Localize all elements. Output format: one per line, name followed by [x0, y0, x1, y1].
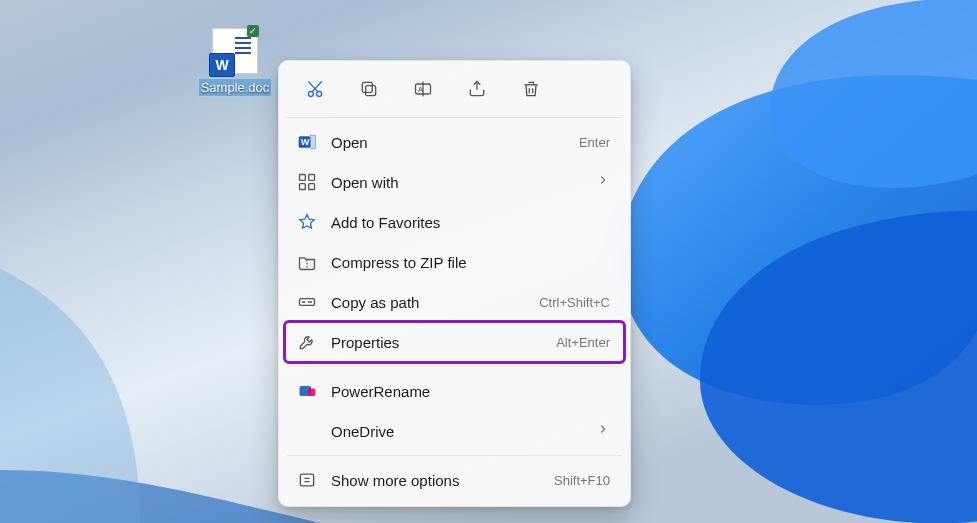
copy-icon[interactable] — [353, 73, 385, 105]
svg-rect-16 — [300, 474, 313, 486]
menu-item-show-more-options[interactable]: Show more options Shift+F10 — [285, 460, 624, 500]
svg-rect-13 — [300, 299, 315, 306]
open-with-icon — [295, 170, 319, 194]
word-icon: W — [295, 130, 319, 154]
menu-item-label: Compress to ZIP file — [331, 254, 610, 271]
wrench-icon — [295, 330, 319, 354]
menu-item-label: Show more options — [331, 472, 554, 489]
menu-item-label: Properties — [331, 334, 556, 351]
menu-item-shortcut: Ctrl+Shift+C — [539, 295, 610, 310]
chevron-right-icon — [596, 422, 610, 440]
menu-item-label: OneDrive — [331, 423, 596, 440]
word-document-icon: W ✓ — [212, 28, 258, 74]
powerrename-icon — [295, 379, 319, 403]
copy-path-icon — [295, 290, 319, 314]
menu-item-label: PowerRename — [331, 383, 610, 400]
more-options-icon — [295, 468, 319, 492]
menu-item-label: Add to Favorites — [331, 214, 610, 231]
delete-icon[interactable] — [515, 73, 547, 105]
svg-rect-8 — [310, 135, 315, 148]
menu-item-shortcut: Enter — [579, 135, 610, 150]
share-icon[interactable] — [461, 73, 493, 105]
chevron-right-icon — [596, 173, 610, 191]
svg-text:A: A — [418, 85, 423, 94]
menu-item-add-to-favorites[interactable]: Add to Favorites — [285, 202, 624, 242]
svg-rect-12 — [309, 184, 315, 190]
menu-item-shortcut: Shift+F10 — [554, 473, 610, 488]
cut-icon[interactable] — [299, 73, 331, 105]
menu-item-open-with[interactable]: Open with — [285, 162, 624, 202]
zip-folder-icon — [295, 250, 319, 274]
menu-item-label: Open — [331, 134, 579, 151]
menu-item-open[interactable]: W Open Enter — [285, 122, 624, 162]
rename-icon[interactable]: A — [407, 73, 439, 105]
svg-rect-9 — [300, 175, 306, 181]
star-icon — [295, 210, 319, 234]
menu-item-onedrive[interactable]: OneDrive — [285, 411, 624, 451]
menu-item-properties[interactable]: Properties Alt+Enter — [285, 322, 624, 362]
menu-item-shortcut: Alt+Enter — [556, 335, 610, 350]
menu-item-powerrename[interactable]: PowerRename — [285, 371, 624, 411]
svg-rect-2 — [366, 86, 376, 96]
separator — [287, 117, 622, 118]
onedrive-icon — [295, 419, 319, 443]
desktop-file-label: Sample.doc — [198, 78, 273, 97]
menu-item-label: Copy as path — [331, 294, 539, 311]
menu-item-compress-zip[interactable]: Compress to ZIP file — [285, 242, 624, 282]
menu-item-copy-as-path[interactable]: Copy as path Ctrl+Shift+C — [285, 282, 624, 322]
context-menu: A W Open Enter Open with Add to Favorite… — [278, 60, 631, 507]
svg-text:W: W — [301, 137, 310, 147]
svg-rect-15 — [308, 389, 316, 397]
menu-item-label: Open with — [331, 174, 596, 191]
svg-rect-11 — [300, 184, 306, 190]
context-menu-quick-actions: A — [285, 67, 624, 113]
separator — [287, 366, 622, 367]
svg-rect-10 — [309, 175, 315, 181]
desktop-file-sample-docx[interactable]: W ✓ Sample.doc — [197, 28, 273, 101]
svg-rect-3 — [362, 82, 372, 92]
separator — [287, 455, 622, 456]
